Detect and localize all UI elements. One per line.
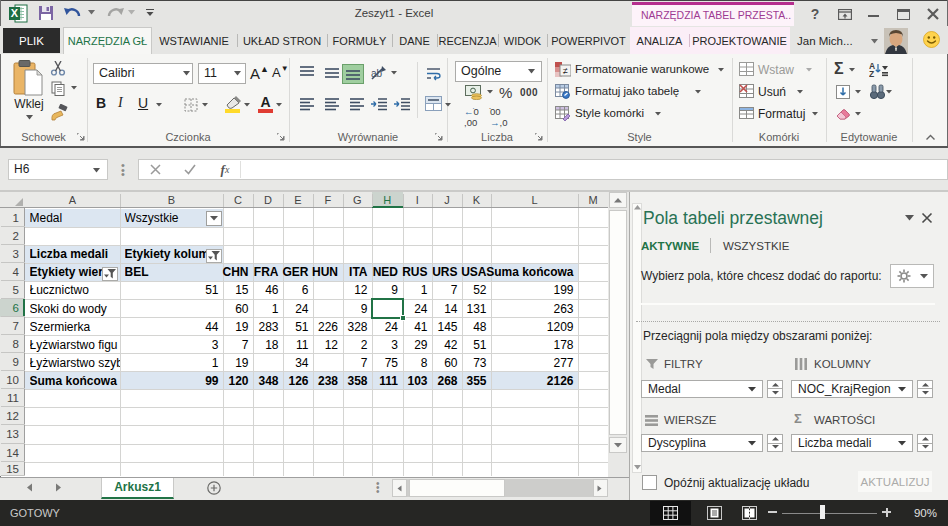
svg-text:X: X <box>11 7 19 19</box>
svg-text:≠: ≠ <box>563 66 568 76</box>
svg-text:Z: Z <box>869 69 874 77</box>
svg-text:ab: ab <box>371 68 383 79</box>
